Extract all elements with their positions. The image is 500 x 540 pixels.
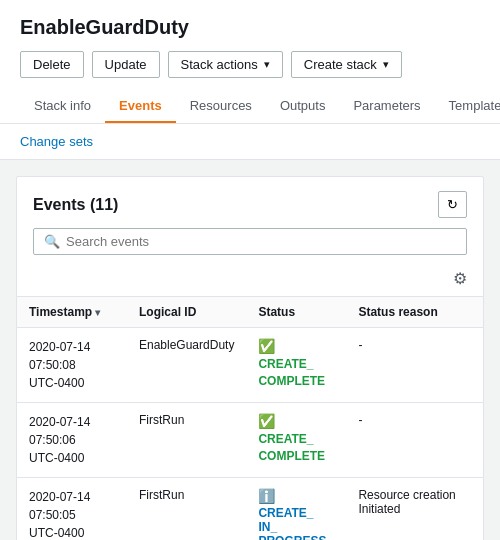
cell-status-reason: Resource creation Initiated: [346, 478, 483, 541]
tab-template[interactable]: Template: [435, 90, 500, 123]
tab-parameters[interactable]: Parameters: [339, 90, 434, 123]
cell-status-reason: -: [346, 403, 483, 478]
col-header-logical-id: Logical ID: [127, 297, 246, 328]
table-row: 2020-07-14 07:50:05 UTC-0400FirstRunℹ️CR…: [17, 478, 483, 541]
check-circle-icon: ✅: [258, 338, 334, 354]
stack-actions-button[interactable]: Stack actions: [168, 51, 283, 78]
settings-bar: ⚙: [17, 265, 483, 296]
tab-outputs[interactable]: Outputs: [266, 90, 340, 123]
tab-stack-info[interactable]: Stack info: [20, 90, 105, 123]
cell-logical-id: FirstRun: [127, 403, 246, 478]
events-panel: Events (11) ↻ 🔍 ⚙ Timestamp ▾ Logical ID: [16, 176, 484, 540]
cell-status-reason: -: [346, 328, 483, 403]
events-table: Timestamp ▾ Logical ID Status Status rea…: [17, 296, 483, 540]
col-header-status: Status: [246, 297, 346, 328]
nav-tabs: Stack info Events Resources Outputs Para…: [20, 90, 480, 123]
sort-icon-timestamp: ▾: [95, 307, 100, 318]
cell-status: ℹ️CREATE_ IN_ PROGRESS: [246, 478, 346, 541]
search-input-wrapper[interactable]: 🔍: [33, 228, 467, 255]
status-text: CREATE_ COMPLETE: [258, 431, 334, 465]
page-title: EnableGuardDuty: [20, 16, 480, 39]
cell-timestamp: 2020-07-14 07:50:06 UTC-0400: [17, 403, 127, 478]
refresh-button[interactable]: ↻: [438, 191, 467, 218]
tab-resources[interactable]: Resources: [176, 90, 266, 123]
check-circle-icon: ✅: [258, 413, 334, 429]
update-button[interactable]: Update: [92, 51, 160, 78]
col-header-status-reason: Status reason: [346, 297, 483, 328]
search-bar: 🔍: [17, 228, 483, 265]
subheader: Change sets: [0, 124, 500, 160]
search-icon: 🔍: [44, 234, 60, 249]
cell-timestamp: 2020-07-14 07:50:08 UTC-0400: [17, 328, 127, 403]
cell-status: ✅CREATE_ COMPLETE: [246, 328, 346, 403]
status-text: CREATE_ COMPLETE: [258, 356, 334, 390]
gear-icon[interactable]: ⚙: [453, 269, 467, 288]
refresh-icon: ↻: [447, 197, 458, 212]
search-input[interactable]: [66, 234, 456, 249]
info-circle-icon: ℹ️: [258, 488, 334, 504]
cell-logical-id: FirstRun: [127, 478, 246, 541]
cell-logical-id: EnableGuardDuty: [127, 328, 246, 403]
table-header-row: Timestamp ▾ Logical ID Status Status rea…: [17, 297, 483, 328]
create-stack-button[interactable]: Create stack: [291, 51, 402, 78]
status-text: CREATE_ IN_ PROGRESS: [258, 506, 334, 540]
events-title: Events (11): [33, 196, 118, 214]
table-row: 2020-07-14 07:50:08 UTC-0400EnableGuardD…: [17, 328, 483, 403]
events-header: Events (11) ↻: [17, 177, 483, 228]
cell-timestamp: 2020-07-14 07:50:05 UTC-0400: [17, 478, 127, 541]
delete-button[interactable]: Delete: [20, 51, 84, 78]
table-row: 2020-07-14 07:50:06 UTC-0400FirstRun✅CRE…: [17, 403, 483, 478]
col-header-timestamp: Timestamp ▾: [17, 297, 127, 328]
page-header: EnableGuardDuty Delete Update Stack acti…: [0, 0, 500, 124]
toolbar: Delete Update Stack actions Create stack: [20, 51, 480, 78]
cell-status: ✅CREATE_ COMPLETE: [246, 403, 346, 478]
change-sets-link[interactable]: Change sets: [20, 134, 93, 149]
tab-events[interactable]: Events: [105, 90, 176, 123]
